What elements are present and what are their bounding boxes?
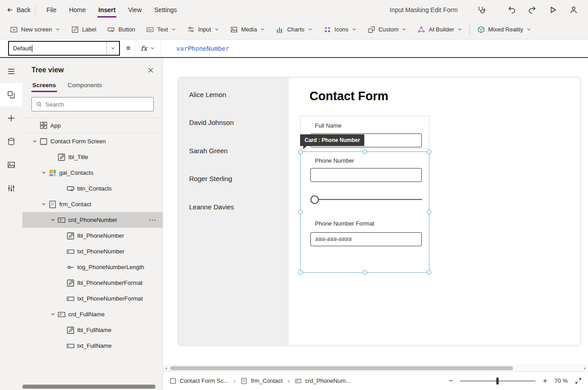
full-name-label[interactable]: Full Name	[315, 122, 341, 129]
ribbon-text[interactable]: AbcText	[141, 20, 181, 39]
redo-icon[interactable]	[528, 5, 537, 14]
ribbon-charts[interactable]: Charts	[270, 20, 318, 39]
tree-item-frm-contact[interactable]: frm_Contact	[22, 196, 163, 212]
menu-file[interactable]: File	[40, 0, 63, 20]
scroll-left-icon[interactable]	[164, 366, 168, 371]
rail-item-insert-plus[interactable]	[0, 106, 22, 130]
chevron-expanded-icon[interactable]	[30, 139, 39, 144]
ribbon-custom[interactable]: Custom	[362, 20, 412, 39]
scrollbar-thumb[interactable]	[22, 385, 155, 389]
breadcrumb-contact-form-sc[interactable]: Contact Form Sc...	[169, 377, 228, 385]
rail-item-data[interactable]	[0, 130, 22, 153]
ribbon-mixed-reality[interactable]: Mixed Reality	[472, 20, 537, 39]
tree-item-crd-phonenumber[interactable]: crd_PhoneNumber···	[22, 212, 163, 228]
tree-item-txt-phonenumberformat[interactable]: txt_PhoneNumberFormat	[22, 291, 163, 306]
menu-home[interactable]: Home	[63, 0, 92, 20]
selection-handle-top-middle[interactable]	[363, 150, 367, 154]
phone-number-label[interactable]: Phone Number	[315, 157, 354, 164]
scrollbar-thumb[interactable]	[170, 366, 513, 370]
gallery-item-david-johnson[interactable]: David Johnson	[179, 111, 289, 138]
tree-item-btn-contacts[interactable]: btn_Contacts	[22, 181, 163, 196]
phone-length-slider[interactable]	[315, 195, 422, 204]
ribbon-label[interactable]: Label	[66, 20, 102, 39]
rail-item-media[interactable]	[0, 153, 22, 177]
slider-handle[interactable]	[310, 195, 319, 204]
zoom-in-button[interactable]: +	[543, 377, 547, 385]
chevron-down-icon	[402, 27, 407, 32]
gallery-item-roger-sterling[interactable]: Roger Sterling	[179, 167, 289, 195]
menu-insert[interactable]: Insert	[92, 0, 122, 20]
property-dropdown[interactable]: Default	[8, 41, 120, 56]
app-checker-icon[interactable]	[477, 5, 486, 14]
tree-item-lbl-phonenumber[interactable]: lbl_PhoneNumber	[22, 228, 163, 244]
tree-item-app[interactable]: App	[22, 118, 163, 133]
card-control-icon	[57, 310, 66, 319]
mixed-reality-icon	[477, 26, 485, 34]
divider	[35, 5, 35, 14]
property-dropdown-chevron[interactable]	[106, 42, 119, 55]
selection-handle-top-left[interactable]	[298, 150, 303, 154]
phone-format-label[interactable]: Phone Number Format	[315, 220, 374, 227]
tab-components[interactable]: Components	[67, 80, 103, 93]
gallery-item-alice-lemon[interactable]: Alice Lemon	[179, 83, 289, 111]
rail-item-hamburger[interactable]	[0, 60, 22, 83]
zoom-out-button[interactable]: −	[448, 377, 453, 385]
phone-number-card[interactable]: Phone Number Phone Number Format	[300, 151, 429, 273]
ribbon-new-screen[interactable]: New screen	[4, 20, 66, 39]
fx-dropdown[interactable]: fx	[135, 40, 161, 57]
formula-input[interactable]: varPhoneNumber	[176, 45, 229, 52]
tab-screens[interactable]: Screens	[31, 80, 57, 93]
close-icon[interactable]	[148, 67, 154, 73]
ribbon-button[interactable]: Button	[102, 20, 141, 39]
tree-item-txt-phonenumber[interactable]: txt_PhoneNumber	[22, 244, 163, 259]
chevron-expanded-icon[interactable]	[48, 312, 57, 317]
form-title-label[interactable]: Contact Form	[309, 89, 389, 103]
tree-item-lbl-phonenumberformat[interactable]: lbl_PhoneNumberFormat	[22, 275, 163, 291]
fit-to-screen-icon[interactable]	[575, 377, 582, 384]
zoom-slider[interactable]	[460, 381, 535, 381]
search-input[interactable]	[45, 101, 149, 108]
chevron-expanded-icon[interactable]	[48, 217, 57, 222]
tree-item-lbl-title[interactable]: lbl_Title	[22, 149, 163, 165]
play-icon[interactable]	[548, 5, 557, 14]
tree-item-label: lbl_PhoneNumberFormat	[77, 279, 142, 286]
slider-track	[315, 199, 422, 200]
breadcrumb-crd-phonenum[interactable]: crd_PhoneNum...	[295, 377, 350, 385]
ribbon-icons[interactable]: Icons	[318, 20, 362, 39]
undo-icon[interactable]	[507, 5, 516, 14]
account-icon[interactable]	[569, 5, 578, 14]
tree-item-tog-phonenumberlength[interactable]: tog_PhoneNumberLength	[22, 259, 163, 275]
gallery-item-leanne-davies[interactable]: Leanne Davies	[179, 195, 289, 223]
chevron-expanded-icon[interactable]	[39, 170, 48, 175]
selection-handle-middle-right[interactable]	[427, 210, 431, 214]
phone-format-input[interactable]	[310, 232, 422, 246]
more-options-button[interactable]: ···	[149, 217, 156, 223]
chevron-expanded-icon[interactable]	[39, 202, 48, 207]
selection-handle-bottom-middle[interactable]	[363, 270, 367, 275]
tree-item-lbl-fullname[interactable]: lbl_FullName	[22, 322, 163, 338]
search-box[interactable]	[31, 97, 154, 111]
gallery-item-sarah-green[interactable]: Sarah Green	[179, 139, 289, 167]
charts-icon	[276, 26, 284, 34]
tree-item-txt-fullname[interactable]: txt_FullName	[22, 338, 163, 354]
ribbon-ai-builder[interactable]: AI Builder	[412, 20, 467, 39]
phone-number-input[interactable]	[310, 168, 422, 182]
breadcrumb-frm-contact[interactable]: frm_Contact	[240, 377, 283, 385]
rail-item-tree-view[interactable]	[0, 83, 22, 106]
zoom-slider-handle[interactable]	[496, 377, 499, 385]
ribbon-media[interactable]: Media	[225, 20, 270, 39]
selection-handle-middle-left[interactable]	[298, 210, 303, 214]
selection-handle-top-right[interactable]	[427, 150, 431, 154]
menu-view[interactable]: View	[122, 0, 148, 20]
selection-handle-bottom-right[interactable]	[427, 270, 431, 275]
tree-item-crd-fullname[interactable]: crd_FullName	[22, 306, 163, 322]
rail-item-advanced-tools[interactable]	[0, 177, 22, 200]
scroll-right-icon[interactable]	[583, 366, 587, 371]
tree-item-gal-contacts[interactable]: gal_Contacts	[22, 165, 163, 181]
selection-handle-bottom-left[interactable]	[298, 270, 303, 275]
fx-label: fx	[141, 44, 147, 53]
menu-settings[interactable]: Settings	[148, 0, 183, 20]
back-button[interactable]: Back	[6, 6, 31, 13]
tree-item-contact-form-screen[interactable]: Contact Form Screen	[22, 133, 163, 149]
ribbon-input[interactable]: Input	[181, 20, 225, 39]
